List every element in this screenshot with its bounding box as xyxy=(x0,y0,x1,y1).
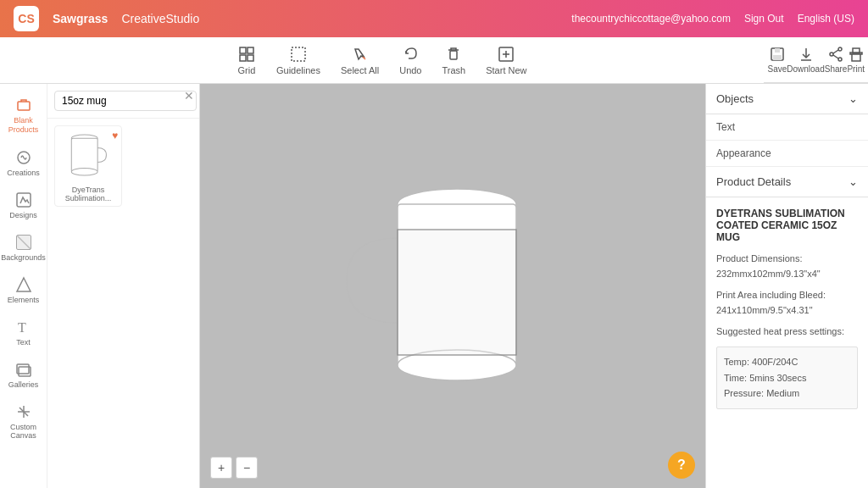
product-item-mug[interactable]: ♥ DyeTrans Sublimation... xyxy=(54,125,122,207)
product-name: DYETRANS SUBLIMATION COATED CERAMIC 15OZ… xyxy=(716,208,858,243)
product-details-chevron-icon: ⌄ xyxy=(849,175,858,188)
zoom-controls: + − xyxy=(210,457,258,479)
svg-rect-5 xyxy=(450,51,457,59)
svg-point-15 xyxy=(838,58,842,61)
panel-close-button[interactable]: ✕ xyxy=(184,89,194,103)
sidebar-item-elements[interactable]: Elements xyxy=(0,270,47,309)
top-toolbar-area: Grid Guidelines Select All Undo xyxy=(0,37,868,84)
left-sidebar: Blank Products Creations Designs Backgro… xyxy=(0,84,47,488)
panel-search-input[interactable] xyxy=(54,91,197,111)
header-signout-button[interactable]: Sign Out xyxy=(744,13,784,25)
header-language-selector[interactable]: English (US) xyxy=(798,13,854,25)
objects-text-row[interactable]: Text xyxy=(706,114,868,141)
select-all-button[interactable]: Select All xyxy=(341,45,379,75)
product-details-header[interactable]: Product Details ⌄ xyxy=(706,167,868,197)
svg-point-38 xyxy=(71,168,97,175)
undo-button[interactable]: Undo xyxy=(399,45,421,75)
sidebar-item-designs[interactable]: Designs xyxy=(0,186,47,225)
sidebar-item-backgrounds[interactable]: Backgrounds xyxy=(0,228,47,267)
zoom-out-button[interactable]: − xyxy=(236,457,258,479)
right-toolbar: Save Download Share Print xyxy=(764,37,868,83)
svg-rect-37 xyxy=(71,138,97,171)
canvas-inner xyxy=(200,84,705,488)
svg-line-18 xyxy=(833,55,838,58)
panel-product-grid: ♥ DyeTrans Sublimation... xyxy=(47,119,199,214)
svg-rect-21 xyxy=(18,102,30,110)
objects-panel-header[interactable]: Objects ⌄ xyxy=(706,84,868,114)
right-panel: Objects ⌄ Text Appearance Product Detail… xyxy=(705,84,868,488)
svg-point-14 xyxy=(838,47,842,51)
svg-rect-11 xyxy=(773,55,782,60)
svg-line-17 xyxy=(833,50,838,53)
header-left: CS Sawgrass CreativeStudio xyxy=(14,6,199,31)
header-brand: Sawgrass xyxy=(53,12,108,25)
heat-press-label: Suggested heat press settings: xyxy=(716,324,858,340)
favorite-icon[interactable]: ♥ xyxy=(112,130,118,141)
print-button[interactable]: Print xyxy=(847,46,865,74)
canvas-area[interactable]: + − ? xyxy=(200,84,705,488)
heat-press-settings: Temp: 400F/204C Time: 5mins 30secs Press… xyxy=(716,347,858,409)
svg-rect-10 xyxy=(775,48,780,53)
objects-appearance-row[interactable]: Appearance xyxy=(706,141,868,167)
header-email: thecountrychiccottage@yahoo.com xyxy=(571,13,731,25)
grid-button[interactable]: Grid xyxy=(237,45,256,75)
objects-chevron-icon: ⌄ xyxy=(849,92,858,105)
sidebar-item-creations[interactable]: Creations xyxy=(0,143,47,182)
sidebar-item-galleries[interactable]: Galleries xyxy=(0,355,47,394)
heat-press-time: Time: 5mins 30secs xyxy=(724,370,850,386)
sidebar-item-text[interactable]: T Text xyxy=(0,313,47,352)
trash-button[interactable]: Trash xyxy=(442,45,465,75)
svg-text:T: T xyxy=(18,320,26,335)
product-thumbnail xyxy=(58,130,118,180)
svg-rect-19 xyxy=(852,54,860,61)
product-print-area: Print Area including Bleed: 241x110mm/9.… xyxy=(716,288,858,318)
product-details-content: DYETRANS SUBLIMATION COATED CERAMIC 15OZ… xyxy=(706,197,868,419)
svg-point-16 xyxy=(830,53,833,56)
objects-panel: Objects ⌄ Text Appearance xyxy=(706,84,868,167)
header-right: thecountrychiccottage@yahoo.com Sign Out… xyxy=(571,13,854,25)
start-new-button[interactable]: Start New xyxy=(486,45,526,75)
header-app[interactable]: CreativeStudio xyxy=(121,12,199,25)
mug-canvas-image xyxy=(300,158,605,412)
heat-press-pressure: Pressure: Medium xyxy=(724,385,850,402)
objects-panel-content: Text Appearance xyxy=(706,114,868,167)
zoom-in-button[interactable]: + xyxy=(210,457,232,479)
svg-rect-42 xyxy=(398,230,516,355)
share-button[interactable]: Share xyxy=(825,46,848,74)
help-button[interactable]: ? xyxy=(668,452,695,479)
svg-marker-27 xyxy=(17,278,31,291)
main-area: Blank Products Creations Designs Backgro… xyxy=(0,84,868,488)
sidebar-item-blank-products[interactable]: Blank Products xyxy=(0,91,47,140)
guidelines-button[interactable]: Guidelines xyxy=(276,45,320,75)
svg-rect-4 xyxy=(292,47,305,61)
sidebar-item-custom-canvas[interactable]: Custom Canvas xyxy=(0,397,47,446)
toolbar: Grid Guidelines Select All Undo xyxy=(0,37,764,83)
heat-press-temp: Temp: 400F/204C xyxy=(724,354,850,370)
svg-rect-3 xyxy=(248,55,253,61)
logo-badge: CS xyxy=(14,6,39,31)
product-panel: ✕ ♥ DyeTrans Sublimation... xyxy=(47,84,200,488)
svg-rect-2 xyxy=(240,55,246,61)
product-details-panel: Product Details ⌄ DYETRANS SUBLIMATION C… xyxy=(706,167,868,488)
save-button[interactable]: Save xyxy=(767,46,787,74)
mug-container xyxy=(300,158,605,415)
product-dimensions: Product Dimensions: 232mmx102mm/9.13"x4" xyxy=(716,252,858,281)
download-button[interactable]: Download xyxy=(787,46,824,74)
panel-header xyxy=(47,84,199,119)
panel-item-label: DyeTrans Sublimation... xyxy=(58,186,118,202)
header: CS Sawgrass CreativeStudio thecountrychi… xyxy=(0,0,868,37)
svg-rect-0 xyxy=(240,47,246,53)
svg-rect-1 xyxy=(248,47,253,53)
